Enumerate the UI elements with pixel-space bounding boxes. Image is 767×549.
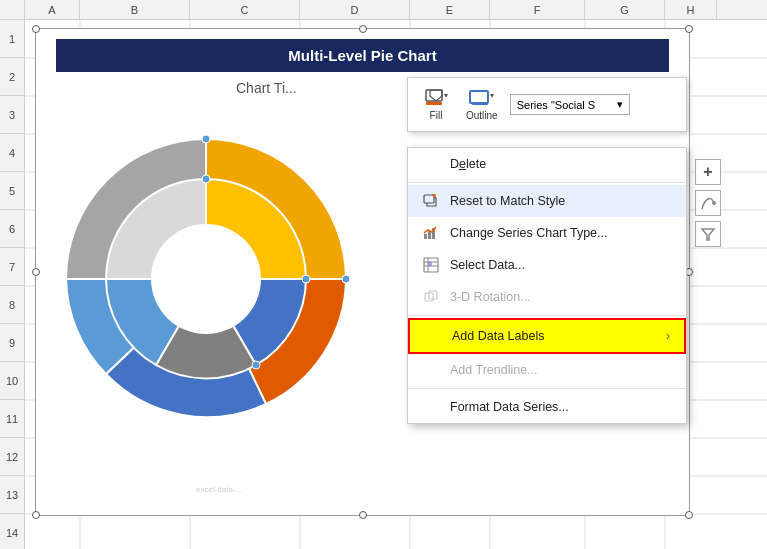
add-data-labels-arrow: › xyxy=(666,329,670,343)
series-dropdown-label: Series "Social S xyxy=(517,99,596,111)
col-header-B[interactable]: B xyxy=(80,0,190,19)
col-header-G[interactable]: G xyxy=(585,0,665,19)
watermark: excel-data-... xyxy=(196,478,276,500)
resize-handle-br[interactable] xyxy=(685,511,693,519)
menu-item-change-type-label: Change Series Chart Type... xyxy=(450,226,608,240)
row-header-2[interactable]: 2 xyxy=(0,58,25,96)
svg-point-45 xyxy=(712,201,716,205)
chart-filters-button[interactable] xyxy=(695,221,721,247)
context-menu: Delete Reset to Match Style xyxy=(407,147,687,424)
format-series-icon xyxy=(422,398,440,416)
resize-handle-ml[interactable] xyxy=(32,268,40,276)
menu-divider-2 xyxy=(408,315,686,316)
col-header-C[interactable]: C xyxy=(190,0,300,19)
svg-rect-31 xyxy=(470,91,488,103)
row-headers: 1 2 3 4 5 6 7 8 9 10 11 12 13 14 15 xyxy=(0,20,25,549)
outline-label: Outline xyxy=(466,110,498,121)
resize-handle-tr[interactable] xyxy=(685,25,693,33)
row-header-5[interactable]: 5 xyxy=(0,172,25,210)
fill-label: Fill xyxy=(430,110,443,121)
svg-point-25 xyxy=(342,275,350,283)
spreadsheet: A B C D E F G H 1 2 3 4 5 6 7 8 9 10 11 … xyxy=(0,0,767,549)
row-header-7[interactable]: 7 xyxy=(0,248,25,286)
row-header-3[interactable]: 3 xyxy=(0,96,25,134)
svg-point-20 xyxy=(151,224,261,334)
series-dropdown[interactable]: Series "Social S ▾ xyxy=(510,94,630,115)
svg-point-24 xyxy=(202,135,210,143)
menu-item-delete-label: Delete xyxy=(450,157,486,171)
row-header-8[interactable]: 8 xyxy=(0,286,25,324)
reset-icon xyxy=(422,192,440,210)
col-header-H[interactable]: H xyxy=(665,0,717,19)
row-header-12[interactable]: 12 xyxy=(0,438,25,476)
row-header-14[interactable]: 14 xyxy=(0,514,25,549)
row-header-6[interactable]: 6 xyxy=(0,210,25,248)
select-data-icon xyxy=(422,256,440,274)
menu-item-add-trendline-label: Add Trendline... xyxy=(450,363,538,377)
svg-rect-35 xyxy=(424,234,427,239)
svg-rect-42 xyxy=(428,262,432,266)
menu-item-add-data-labels[interactable]: Add Data Labels › xyxy=(408,318,686,354)
row-header-9[interactable]: 9 xyxy=(0,324,25,362)
menu-item-change-type[interactable]: Change Series Chart Type... xyxy=(408,217,686,249)
resize-handle-tl[interactable] xyxy=(32,25,40,33)
fill-button[interactable]: ▾ Fill xyxy=(418,86,454,123)
resize-handle-bm[interactable] xyxy=(359,511,367,519)
col-header-F[interactable]: F xyxy=(490,0,585,19)
svg-marker-28 xyxy=(430,90,442,101)
svg-point-22 xyxy=(302,275,310,283)
svg-rect-34 xyxy=(424,195,434,203)
row-header-10[interactable]: 10 xyxy=(0,362,25,400)
menu-item-delete[interactable]: Delete xyxy=(408,148,686,180)
row-header-4[interactable]: 4 xyxy=(0,134,25,172)
menu-divider-3 xyxy=(408,388,686,389)
menu-item-add-data-labels-label: Add Data Labels xyxy=(452,329,544,343)
column-headers: A B C D E F G H xyxy=(0,0,767,20)
resize-handle-tm[interactable] xyxy=(359,25,367,33)
row-header-1[interactable]: 1 xyxy=(0,20,25,58)
svg-text:excel-data-...: excel-data-... xyxy=(196,485,242,494)
svg-marker-46 xyxy=(702,229,714,240)
menu-item-reset-label: Reset to Match Style xyxy=(450,194,565,208)
menu-item-3d-rotation[interactable]: 3-D Rotation... xyxy=(408,281,686,313)
svg-rect-29 xyxy=(426,102,442,105)
chart-title-banner: Multi-Level Pie Chart xyxy=(56,39,669,72)
menu-item-format-series[interactable]: Format Data Series... xyxy=(408,391,686,423)
col-header-E[interactable]: E xyxy=(410,0,490,19)
col-header-D[interactable]: D xyxy=(300,0,410,19)
format-toolbar: ▾ Fill ▾ Outline Series "Social S ▾ xyxy=(407,77,687,132)
chart-styles-button[interactable] xyxy=(695,190,721,216)
outline-button[interactable]: ▾ Outline xyxy=(462,86,502,123)
corner-cell xyxy=(0,0,25,19)
svg-rect-36 xyxy=(428,231,431,239)
menu-item-3d-rotation-label: 3-D Rotation... xyxy=(450,290,531,304)
add-trendline-icon xyxy=(422,361,440,379)
row-header-13[interactable]: 13 xyxy=(0,476,25,514)
menu-item-add-trendline[interactable]: Add Trendline... xyxy=(408,354,686,386)
3d-rotation-icon xyxy=(422,288,440,306)
delete-icon xyxy=(422,155,440,173)
menu-item-reset[interactable]: Reset to Match Style xyxy=(408,185,686,217)
resize-handle-bl[interactable] xyxy=(32,511,40,519)
svg-text:▾: ▾ xyxy=(444,91,448,100)
svg-rect-32 xyxy=(472,102,488,105)
pie-chart-area[interactable] xyxy=(46,119,386,459)
menu-item-format-series-label: Format Data Series... xyxy=(450,400,569,414)
svg-text:▾: ▾ xyxy=(490,91,494,100)
change-chart-type-icon xyxy=(422,224,440,242)
row-header-11[interactable]: 11 xyxy=(0,400,25,438)
svg-point-21 xyxy=(202,175,210,183)
menu-item-select-data-label: Select Data... xyxy=(450,258,525,272)
chart-element-buttons: + xyxy=(695,159,721,247)
menu-divider-1 xyxy=(408,182,686,183)
chart-container[interactable]: Multi-Level Pie Chart Chart Ti... xyxy=(35,28,690,516)
col-header-A[interactable]: A xyxy=(25,0,80,19)
add-data-labels-icon xyxy=(424,327,442,345)
menu-item-select-data[interactable]: Select Data... xyxy=(408,249,686,281)
series-dropdown-chevron: ▾ xyxy=(617,98,623,111)
svg-point-23 xyxy=(252,361,260,369)
add-chart-element-button[interactable]: + xyxy=(695,159,721,185)
